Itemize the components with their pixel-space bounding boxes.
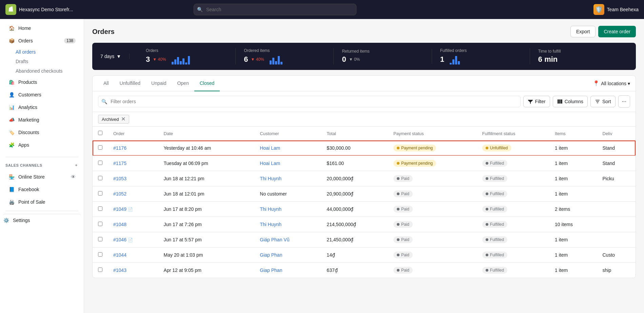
search-bar[interactable]: 🔍 xyxy=(194,4,356,15)
ordered-items-label: Ordered items xyxy=(244,48,325,53)
orders-metric-value: 3 xyxy=(146,55,150,64)
row-items: 10 items xyxy=(549,217,597,232)
tab-unpaid[interactable]: Unpaid xyxy=(146,76,172,91)
sidebar-item-analytics[interactable]: 📊 Analytics xyxy=(3,101,81,113)
row-items: 1 item xyxy=(549,247,597,263)
tab-closed[interactable]: Closed xyxy=(194,76,220,91)
fulfillment-badge-dot xyxy=(486,238,488,241)
sidebar-sub-all-orders[interactable]: All orders xyxy=(16,47,84,57)
export-button[interactable]: Export xyxy=(570,26,596,37)
columns-icon xyxy=(557,99,563,104)
customer-link[interactable]: Giáp Phan Vũ xyxy=(260,237,289,242)
payment-badge-dot xyxy=(397,177,399,180)
sidebar-item-facebook[interactable]: 📘 Facebook xyxy=(3,183,81,196)
online-store-settings-icon[interactable]: 👁 xyxy=(71,174,76,180)
row-checkbox-cell xyxy=(93,232,108,247)
bar-c xyxy=(275,61,277,65)
archived-filter-remove[interactable]: ✕ xyxy=(121,116,125,122)
fulfilled-orders-value: 1 xyxy=(440,55,444,64)
store-logo[interactable]: Hexasync Demo Storefr... xyxy=(5,4,73,15)
row-checkbox[interactable] xyxy=(98,237,102,241)
customer-link[interactable]: Hoai Lam xyxy=(260,145,280,151)
select-all-checkbox[interactable] xyxy=(98,131,102,135)
customer-link[interactable]: Thi Huynh xyxy=(260,206,281,212)
row-checkbox[interactable] xyxy=(98,161,102,165)
customer-link[interactable]: Thi Huynh xyxy=(260,222,281,227)
row-total: 14₫ xyxy=(321,247,388,263)
order-link[interactable]: #1052 xyxy=(113,191,126,197)
order-link[interactable]: #1176 xyxy=(113,145,126,151)
customer-link[interactable]: Giap Phan xyxy=(260,268,282,273)
sort-button[interactable]: Sort xyxy=(590,96,616,107)
location-selector[interactable]: 📍 All locations ▾ xyxy=(593,80,630,87)
svg-rect-3 xyxy=(561,99,562,104)
sidebar-item-customers[interactable]: 👤 Customers xyxy=(3,89,81,101)
sidebar-item-products[interactable]: 🛍️ Products xyxy=(3,76,81,88)
tab-unfulfilled[interactable]: Unfulfilled xyxy=(114,76,146,91)
order-link[interactable]: #1048 xyxy=(113,222,126,227)
row-checkbox-cell xyxy=(93,202,108,217)
order-link[interactable]: #1044 xyxy=(113,252,126,258)
stats-fulfilled-orders: Fulfilled orders 1 xyxy=(432,48,530,65)
row-payment-status: Paid xyxy=(388,247,477,263)
filter-button[interactable]: Filter xyxy=(523,96,550,107)
row-checkbox[interactable] xyxy=(98,252,102,257)
add-channel-button[interactable]: ＋ xyxy=(74,163,78,168)
select-all-header xyxy=(93,127,108,141)
sidebar-label-settings: Settings xyxy=(13,218,30,223)
row-checkbox-cell xyxy=(93,186,108,202)
stats-period-selector[interactable]: 7 days ▼ xyxy=(100,54,130,59)
sidebar-item-discounts[interactable]: 🏷️ Discounts xyxy=(3,126,81,139)
filter-orders-input[interactable] xyxy=(98,96,521,107)
svg-rect-2 xyxy=(559,99,561,104)
row-checkbox[interactable] xyxy=(98,222,102,226)
sidebar-item-online-store[interactable]: 🏪 Online Store 👁 xyxy=(3,171,81,183)
sidebar-sub-abandoned[interactable]: Abandoned checkouts xyxy=(16,66,84,76)
more-options-button[interactable]: ··· xyxy=(618,95,630,108)
archived-filter-tag: Archived ✕ xyxy=(98,115,129,124)
order-link[interactable]: #1043 xyxy=(113,268,126,273)
customer-link[interactable]: Thi Huynh xyxy=(260,176,281,181)
fulfillment-status-badge: Fulfilled xyxy=(482,175,507,182)
sidebar-item-marketing[interactable]: 📣 Marketing xyxy=(3,114,81,126)
row-checkbox[interactable] xyxy=(98,206,102,211)
sidebar-item-settings[interactable]: ⚙️ Settings xyxy=(3,214,81,226)
sidebar-item-orders[interactable]: 📦 Orders 138 xyxy=(3,35,81,47)
col-date: Date xyxy=(158,127,255,141)
create-order-button[interactable]: Create order xyxy=(598,26,636,37)
page-header: Orders Export Create order xyxy=(92,26,636,37)
row-checkbox[interactable] xyxy=(98,268,102,272)
order-link[interactable]: #1053 xyxy=(113,176,126,181)
table-row: #1044 May 20 at 1:03 pm Giap Phan 14₫ Pa… xyxy=(93,247,636,263)
columns-button[interactable]: Columns xyxy=(553,96,588,107)
order-link[interactable]: #1175 xyxy=(113,161,126,166)
row-checkbox[interactable] xyxy=(98,191,102,196)
tab-open[interactable]: Open xyxy=(172,76,194,91)
fulfillment-badge-dot xyxy=(486,177,488,180)
payment-badge-dot xyxy=(397,269,399,272)
stats-returned-items: Returned items 0 ▼ 0% xyxy=(334,49,432,64)
sidebar-item-apps[interactable]: 🧩 Apps xyxy=(3,139,81,151)
table-row: #1052 Jun 18 at 12:01 pm No customer 20,… xyxy=(93,186,636,202)
customer-link[interactable]: Giap Phan xyxy=(260,252,282,258)
row-customer: Giáp Phan Vũ xyxy=(254,232,321,247)
sidebar-item-home[interactable]: 🏠 Home xyxy=(3,22,81,34)
pos-icon: 🖨️ xyxy=(8,199,15,205)
row-checkbox[interactable] xyxy=(98,145,102,150)
settings-icon: ⚙️ xyxy=(3,217,9,224)
order-link[interactable]: #1046 xyxy=(113,237,126,242)
row-customer: Giap Phan xyxy=(254,247,321,263)
row-checkbox[interactable] xyxy=(98,176,102,180)
sidebar-item-pos[interactable]: 🖨️ Point of Sale xyxy=(3,196,81,208)
bar-5 xyxy=(182,58,184,65)
orders-chart xyxy=(172,54,192,65)
customer-link[interactable]: Hoai Lam xyxy=(260,161,280,166)
row-delivery xyxy=(597,202,636,217)
sidebar-sub-drafts[interactable]: Drafts xyxy=(16,57,84,66)
fulfillment-status-badge: Fulfilled xyxy=(482,236,507,243)
tab-all[interactable]: All xyxy=(98,76,114,91)
fulfilled-chart xyxy=(450,54,470,65)
row-payment-status: Paid xyxy=(388,171,477,186)
search-input[interactable] xyxy=(194,4,356,15)
order-link[interactable]: #1049 xyxy=(113,206,126,212)
